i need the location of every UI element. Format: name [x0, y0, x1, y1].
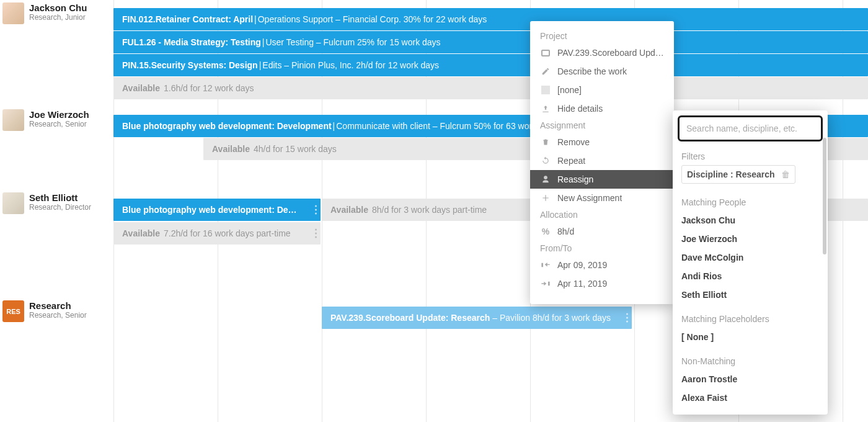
popover-hide-details[interactable]: Hide details: [530, 99, 674, 118]
popover-allocation[interactable]: % 8h/d: [530, 222, 674, 241]
popover-reassign[interactable]: Reassign: [530, 170, 674, 189]
plus-icon: [540, 194, 551, 202]
drag-handle-icon[interactable]: [315, 205, 317, 215]
popover-new-assignment[interactable]: New Assignment: [530, 189, 674, 207]
assignment-bar[interactable]: FUL1.26 - Media Strategy: Testing | User…: [113, 31, 868, 53]
person-name: Jackson Chu: [29, 2, 87, 13]
popover-describe[interactable]: Describe the work: [530, 62, 674, 81]
person-option[interactable]: Seth Elliott: [673, 285, 828, 304]
assignment-popover: Project PAV.239.Scoreboard Updat… Descri…: [530, 21, 674, 304]
person-role: Research, Senior: [29, 120, 89, 128]
person-icon: [540, 175, 551, 184]
avatar: [2, 109, 24, 131]
matching-people-label: Matching People: [673, 194, 828, 211]
assignment-bar[interactable]: FIN.012.Retainer Contract: April | Opera…: [113, 8, 868, 30]
person-option[interactable]: Joe Wierzoch: [673, 230, 828, 248]
person-name: Research: [29, 300, 87, 311]
popover-from-date[interactable]: Apr 09, 2019: [530, 256, 674, 274]
project-icon: [540, 50, 551, 56]
person-option[interactable]: Aaron Trostle: [673, 370, 828, 388]
popover-section-allocation: Allocation: [530, 207, 674, 222]
popover-repeat[interactable]: Repeat: [530, 151, 674, 170]
scrollbar[interactable]: [823, 138, 826, 254]
popover-color-none[interactable]: [none]: [530, 81, 674, 99]
search-input-wrap: [678, 115, 823, 141]
popover-section-project: Project: [530, 29, 674, 43]
person-option[interactable]: Dave McColgin: [673, 248, 828, 267]
popover-remove[interactable]: Remove: [530, 133, 674, 151]
person-name: Joe Wierzoch: [29, 109, 89, 120]
trash-icon: [540, 138, 551, 146]
color-swatch-icon: [540, 86, 551, 94]
assignment-bar-selected[interactable]: PAV.239.Scoreboard Update: Research – Pa…: [322, 307, 632, 329]
drag-handle-icon[interactable]: [315, 229, 317, 238]
popover-section-fromto: From/To: [530, 241, 674, 256]
person-role: Research, Senior: [29, 311, 87, 320]
collapse-icon: [540, 104, 551, 113]
avatar: [2, 2, 24, 24]
available-bar[interactable]: Available1.6h/d for 12 work days: [113, 77, 868, 99]
assignment-bar[interactable]: Blue photography web development: De…: [113, 199, 321, 221]
popover-to-date[interactable]: Apr 11, 2019: [530, 274, 674, 293]
reassign-search-popover: Filters Discipline : Research 🗑 Matching…: [673, 110, 828, 415]
filter-chip[interactable]: Discipline : Research 🗑: [681, 165, 795, 184]
person-role: Research, Director: [29, 203, 91, 212]
person-row-research[interactable]: RES Research Research, Senior: [0, 300, 113, 322]
date-end-icon: [540, 281, 551, 287]
assignment-bar[interactable]: PIN.15.Security Systems: Design | Edits …: [113, 54, 868, 76]
person-row-joe[interactable]: Joe Wierzoch Research, Senior: [0, 109, 113, 131]
pencil-icon: [540, 67, 551, 76]
matching-placeholders-label: Matching Placeholders: [673, 310, 828, 328]
date-start-icon: [540, 262, 551, 268]
person-option[interactable]: Jackson Chu: [673, 211, 828, 230]
person-name: Seth Elliott: [29, 192, 91, 203]
popover-project-link[interactable]: PAV.239.Scoreboard Updat…: [530, 43, 674, 62]
repeat-icon: [540, 156, 551, 165]
available-bar[interactable]: Available7.2h/d for 16 work days part-ti…: [113, 222, 321, 245]
person-option[interactable]: Andi Rios: [673, 267, 828, 285]
avatar: [2, 192, 24, 214]
nonmatching-label: Non-Matching: [673, 352, 828, 370]
placeholder-option[interactable]: [ None ]: [673, 328, 828, 346]
drag-handle-icon[interactable]: [626, 313, 628, 323]
person-row-seth[interactable]: Seth Elliott Research, Director: [0, 192, 113, 214]
percent-icon: %: [540, 227, 551, 236]
person-option[interactable]: Alexa Faist: [673, 388, 828, 407]
person-role: Research, Junior: [29, 13, 87, 22]
person-row-jackson[interactable]: Jackson Chu Research, Junior: [0, 2, 113, 24]
filters-label: Filters: [673, 148, 828, 165]
avatar-placeholder: RES: [2, 300, 24, 322]
popover-section-assignment: Assignment: [530, 118, 674, 133]
remove-filter-icon[interactable]: 🗑: [781, 169, 790, 179]
search-input[interactable]: [681, 119, 819, 138]
